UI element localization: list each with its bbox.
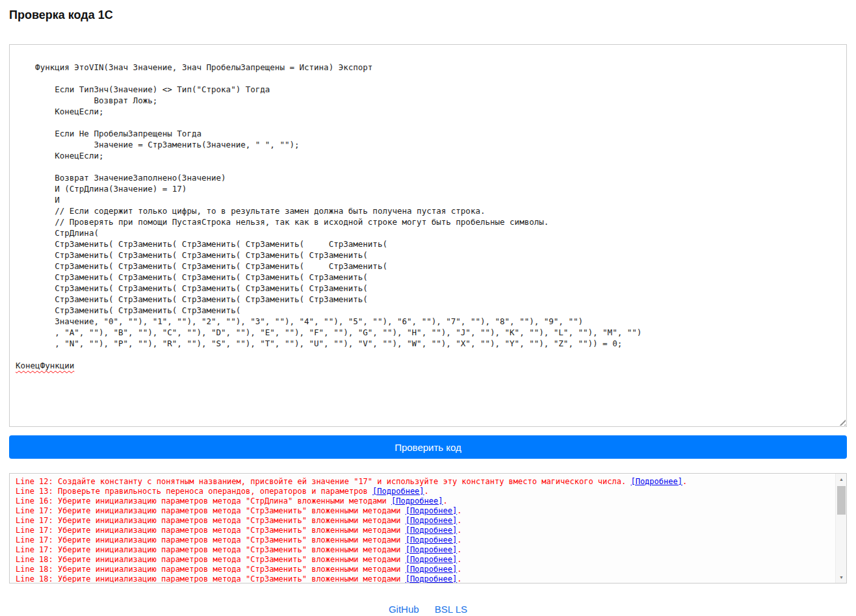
result-row: Line 18: Уберите инициализацию параметро… xyxy=(16,555,835,565)
result-message: Line 16: Уберите инициализацию параметро… xyxy=(16,496,391,506)
code-text-misspelled-word: КонецФункции xyxy=(16,361,74,370)
footer-link-bsl-ls[interactable]: BSL LS xyxy=(435,604,467,615)
check-code-button[interactable]: Проверить код xyxy=(9,435,847,459)
code-editor[interactable]: Функция ЭтоVIN(Знач Значение, Знач Пробе… xyxy=(9,44,847,427)
details-link[interactable]: [Подробнее] xyxy=(406,535,457,545)
result-row: Line 17: Уберите инициализацию параметро… xyxy=(16,545,835,555)
textarea-resize-handle-icon[interactable] xyxy=(837,417,846,426)
result-row: Line 17: Уберите инициализацию параметро… xyxy=(16,535,835,545)
results-panel: Line 12: Создайте константу с понятным н… xyxy=(9,473,847,584)
scrollbar-thumb[interactable] xyxy=(837,486,846,515)
result-suffix: . xyxy=(457,516,461,525)
result-message: Line 13: Проверьте правильность переноса… xyxy=(16,487,372,496)
result-message: Line 12: Создайте константу с понятным н… xyxy=(16,477,630,486)
result-message: Line 17: Уберите инициализацию параметро… xyxy=(16,535,406,545)
result-row: Line 18: Уберите инициализацию параметро… xyxy=(16,565,835,574)
details-link[interactable]: [Подробнее] xyxy=(406,516,457,525)
result-suffix: . xyxy=(457,535,461,545)
result-message: Line 18: Уберите инициализацию параметро… xyxy=(16,565,406,574)
page: Проверка кода 1С Функция ЭтоVIN(Знач Зна… xyxy=(0,8,856,615)
result-row: Line 17: Уберите инициализацию параметро… xyxy=(16,506,835,516)
details-link[interactable]: [Подробнее] xyxy=(406,526,457,535)
result-row: Line 13: Проверьте правильность переноса… xyxy=(16,487,835,496)
result-suffix: . xyxy=(682,477,687,486)
result-suffix: . xyxy=(457,526,461,535)
result-suffix: . xyxy=(457,545,461,554)
result-suffix: . xyxy=(457,574,461,583)
code-text: Функция ЭтоVIN(Знач Значение, Знач Пробе… xyxy=(16,62,642,348)
footer: GitHub BSL LS xyxy=(9,604,847,615)
details-link[interactable]: [Подробнее] xyxy=(391,496,443,506)
result-message: Line 18: Уберите инициализацию параметро… xyxy=(16,574,406,583)
page-title: Проверка кода 1С xyxy=(9,8,847,22)
result-message: Line 17: Уберите инициализацию параметро… xyxy=(16,516,406,525)
results-scrollbar[interactable]: ▲ ▼ xyxy=(835,474,846,583)
result-row: Line 12: Создайте константу с понятным н… xyxy=(16,477,835,487)
result-message: Line 17: Уберите инициализацию параметро… xyxy=(16,526,406,535)
details-link[interactable]: [Подробнее] xyxy=(406,574,457,583)
details-link[interactable]: [Подробнее] xyxy=(406,506,457,515)
scroll-up-arrow-icon[interactable]: ▲ xyxy=(836,474,847,485)
details-link[interactable]: [Подробнее] xyxy=(406,555,457,564)
details-link[interactable]: [Подробнее] xyxy=(406,565,457,574)
details-link[interactable]: [Подробнее] xyxy=(406,545,457,554)
result-suffix: . xyxy=(457,565,461,574)
scroll-down-arrow-icon[interactable]: ▼ xyxy=(836,572,847,583)
details-link[interactable]: [Подробнее] xyxy=(372,487,424,496)
result-suffix: . xyxy=(443,496,447,506)
result-suffix: . xyxy=(424,487,429,496)
result-message: Line 17: Уберите инициализацию параметро… xyxy=(16,545,406,554)
result-row: Line 18: Уберите инициализацию параметро… xyxy=(16,574,835,583)
result-message: Line 17: Уберите инициализацию параметро… xyxy=(16,506,406,515)
result-row: Line 16: Уберите инициализацию параметро… xyxy=(16,496,835,506)
result-message: Line 18: Уберите инициализацию параметро… xyxy=(16,555,406,564)
result-suffix: . xyxy=(457,555,461,564)
details-link[interactable]: [Подробнее] xyxy=(630,477,682,486)
result-row: Line 17: Уберите инициализацию параметро… xyxy=(16,516,835,526)
result-suffix: . xyxy=(457,506,461,515)
result-row: Line 17: Уберите инициализацию параметро… xyxy=(16,526,835,535)
results-list: Line 12: Создайте константу с понятным н… xyxy=(10,474,835,583)
footer-link-github[interactable]: GitHub xyxy=(389,604,419,615)
